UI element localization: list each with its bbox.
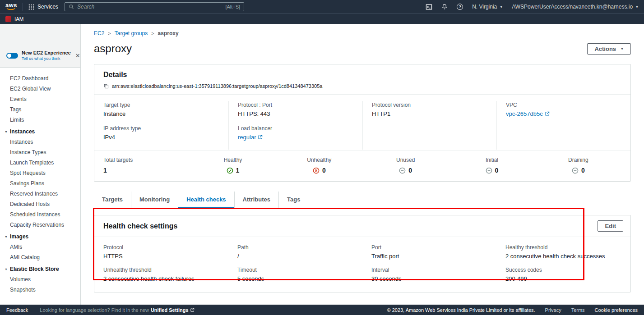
sidebar-item-instances[interactable]: Instances <box>0 137 80 147</box>
unused-value: 0 <box>408 167 412 174</box>
target-health-summary: Total targets 1 Healthy 1 Unhealthy <box>94 151 630 181</box>
caret-down-icon: ▼ <box>500 5 503 9</box>
aws-logo-text: aws <box>5 3 17 8</box>
hc-path-value: / <box>237 253 353 260</box>
tab-tags[interactable]: Tags <box>278 192 308 209</box>
sidebar-item-tags[interactable]: Tags <box>0 104 80 114</box>
bell-icon <box>441 4 448 10</box>
unused-status-icon <box>399 167 406 174</box>
sidebar-item-launch-templates[interactable]: Launch Templates <box>0 157 80 168</box>
sidebar-item-ami-catalog[interactable]: AMI Catalog <box>0 252 80 262</box>
sidebar-item-scheduled-instances[interactable]: Scheduled Instances <box>0 209 80 219</box>
breadcrumb-current: asproxy <box>158 30 179 37</box>
initial-value: 0 <box>495 167 499 174</box>
new-experience-panel: New EC2 Experience Tell us what you thin… <box>0 24 80 68</box>
hc-success-codes-label: Success codes <box>505 267 621 273</box>
new-experience-subtitle[interactable]: Tell us what you think <box>22 56 71 61</box>
caret-down-icon: ▼ <box>5 235 8 238</box>
privacy-link[interactable]: Privacy <box>545 307 561 313</box>
actions-button[interactable]: Actions ▼ <box>587 43 631 55</box>
protocol-port-label: Protocol : Port <box>238 102 353 108</box>
sidebar-item-snapshots[interactable]: Snapshots <box>0 284 80 295</box>
health-check-settings-title: Health check settings <box>103 222 178 230</box>
vpc-label: VPC <box>506 102 621 108</box>
health-check-fields: Protocol HTTPS Path / Port Traffic port … <box>94 237 630 292</box>
sidebar-item-capacity-reservations[interactable]: Capacity Reservations <box>0 219 80 230</box>
aws-console-window: aws Services [Alt+S] ? N. Virginia <box>0 0 644 315</box>
sidebar-item-savings-plans[interactable]: Savings Plans <box>0 178 80 188</box>
cloudshell-icon <box>426 4 432 10</box>
tab-health-checks[interactable]: Health checks <box>178 192 234 209</box>
account-menu[interactable]: AWSPowerUserAccess/navaneeth.kn@harness.… <box>512 4 639 10</box>
vpc-value: vpc-2657db5c <box>506 110 543 117</box>
sidebar-item-reserved-instances[interactable]: Reserved Instances <box>0 188 80 199</box>
edit-button-label: Edit <box>605 223 616 229</box>
notifications-button[interactable] <box>441 4 448 10</box>
iam-shortcut[interactable]: IAM <box>14 16 23 22</box>
initial-label: Initial <box>486 157 498 163</box>
unified-settings-link[interactable]: Unified Settings <box>151 307 195 313</box>
sidebar-nav: EC2 Dashboard EC2 Global View Events Tag… <box>0 68 80 295</box>
services-menu-button[interactable]: Services <box>28 4 58 10</box>
hc-unhealthy-threshold-value: 2 consecutive health check failures <box>103 275 219 282</box>
aws-logo[interactable]: aws <box>5 3 17 11</box>
tab-targets[interactable]: Targets <box>94 192 131 209</box>
tab-attributes[interactable]: Attributes <box>234 192 278 209</box>
new-experience-toggle[interactable] <box>6 53 18 59</box>
sidebar-item-ec2-dashboard[interactable]: EC2 Dashboard <box>0 73 80 83</box>
healthy-label: Healthy <box>224 157 242 163</box>
draining-status-icon <box>572 167 579 174</box>
cookie-preferences-link[interactable]: Cookie preferences <box>595 307 638 313</box>
hc-timeout-label: Timeout <box>237 267 353 273</box>
caret-down-icon: ▼ <box>5 130 8 133</box>
cloudshell-button[interactable] <box>426 4 432 10</box>
close-icon[interactable]: ✕ <box>74 52 81 59</box>
total-targets-value: 1 <box>103 167 107 174</box>
sidebar-item-spot-requests[interactable]: Spot Requests <box>0 168 80 178</box>
load-balancer-link[interactable]: regular <box>238 134 263 141</box>
breadcrumb-ec2-link[interactable]: EC2 <box>94 30 104 37</box>
terms-link[interactable]: Terms <box>571 307 585 313</box>
sidebar-section-images[interactable]: ▼ Images <box>0 230 80 242</box>
help-button[interactable]: ? <box>457 4 463 10</box>
feedback-link[interactable]: Feedback <box>6 307 28 313</box>
unhealthy-label: Unhealthy <box>307 157 331 163</box>
hc-success-codes-value: 200-499 <box>505 275 621 282</box>
sidebar-item-volumes[interactable]: Volumes <box>0 274 80 284</box>
hc-protocol-value: HTTPS <box>103 253 219 260</box>
tab-bar: Targets Monitoring Health checks Attribu… <box>94 192 631 209</box>
tab-monitoring[interactable]: Monitoring <box>131 192 178 209</box>
edit-button[interactable]: Edit <box>598 220 623 232</box>
sidebar-item-limits[interactable]: Limits <box>0 114 80 125</box>
sidebar-item-ec2-global-view[interactable]: EC2 Global View <box>0 83 80 94</box>
sidebar-section-elastic-block-store[interactable]: ▼ Elastic Block Store <box>0 262 80 274</box>
search-shortcut-hint: [Alt+S] <box>225 4 240 9</box>
global-search[interactable]: [Alt+S] <box>65 2 244 11</box>
hc-unhealthy-threshold-label: Unhealthy threshold <box>103 267 219 273</box>
sidebar-item-instance-types[interactable]: Instance Types <box>0 147 80 157</box>
sidebar-item-dedicated-hosts[interactable]: Dedicated Hosts <box>0 199 80 209</box>
hc-interval-value: 30 seconds <box>371 275 487 282</box>
hc-timeout-value: 5 seconds <box>237 275 353 282</box>
favorites-bar: IAM <box>0 14 644 24</box>
sidebar-item-events[interactable]: Events <box>0 94 80 104</box>
hc-healthy-threshold-label: Healthy threshold <box>505 244 621 251</box>
vpc-link[interactable]: vpc-2657db5c <box>506 110 550 117</box>
total-targets-label: Total targets <box>103 157 133 163</box>
hc-path-label: Path <box>237 244 353 251</box>
target-type-value: Instance <box>103 110 219 117</box>
hc-port-value: Traffic port <box>371 253 487 260</box>
load-balancer-value: regular <box>238 134 256 141</box>
services-label: Services <box>37 4 58 10</box>
hc-port-label: Port <box>371 244 487 251</box>
protocol-version-value: HTTP1 <box>372 110 487 117</box>
breadcrumb-target-groups-link[interactable]: Target groups <box>115 30 148 37</box>
region-selector[interactable]: N. Virginia ▼ <box>472 4 503 10</box>
search-icon <box>69 4 74 9</box>
sidebar-section-instances[interactable]: ▼ Instances <box>0 125 80 137</box>
copy-arn-button[interactable] <box>103 83 109 89</box>
main-content: EC2 > Target groups > asproxy asproxy Ac… <box>81 24 644 305</box>
search-input[interactable] <box>77 4 222 10</box>
protocol-version-label: Protocol version <box>372 102 487 108</box>
sidebar-item-amis[interactable]: AMIs <box>0 242 80 252</box>
